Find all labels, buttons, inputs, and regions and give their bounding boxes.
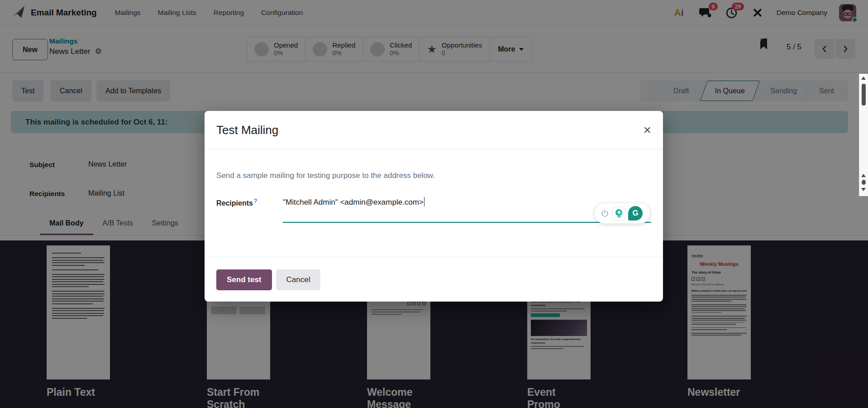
grammarly-widget[interactable]: G	[594, 203, 650, 224]
suggestion-bulb-icon[interactable]	[613, 207, 625, 220]
dialog-description: Send a sample mailing for testing purpos…	[216, 171, 651, 180]
scrollbar-thumb[interactable]	[862, 84, 866, 106]
test-recipients-value: "Mitchell Admin" <admin@example.com>	[283, 198, 424, 206]
dialog-recipients-label: Recipients?	[216, 197, 283, 223]
text-cursor	[424, 197, 425, 206]
dialog-body: Send a sample mailing for testing purpos…	[205, 149, 663, 223]
grammarly-logo-icon[interactable]: G	[628, 206, 643, 221]
test-recipients-input[interactable]: "Mitchell Admin" <admin@example.com> G	[283, 197, 651, 223]
close-icon[interactable]: ×	[643, 123, 651, 137]
scrollbar[interactable]	[859, 74, 868, 196]
send-test-button[interactable]: Send test	[216, 269, 272, 290]
dialog-footer: Send test Cancel	[205, 257, 663, 302]
recipients-field-row: Recipients? "Mitchell Admin" <admin@exam…	[216, 197, 651, 223]
power-icon[interactable]	[600, 209, 610, 218]
dialog-cancel-button[interactable]: Cancel	[276, 269, 321, 290]
test-mailing-dialog: Test Mailing × Send a sample mailing for…	[205, 111, 663, 302]
scroll-down-arrow[interactable]	[861, 188, 866, 191]
dialog-title: Test Mailing	[216, 123, 278, 137]
scroll-up-arrow[interactable]	[861, 174, 866, 177]
dialog-header: Test Mailing ×	[205, 111, 663, 149]
scrollbar-thumb[interactable]	[862, 180, 866, 185]
scroll-up-arrow[interactable]	[861, 77, 866, 80]
help-icon[interactable]: ?	[254, 198, 257, 204]
